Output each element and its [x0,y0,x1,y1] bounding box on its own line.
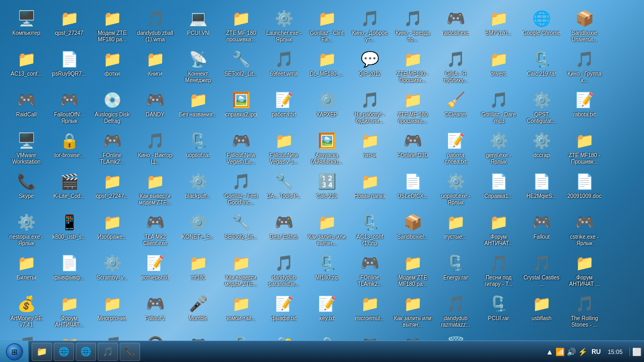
desktop-icon-119[interactable]: 🔐TrueCrypt [263,331,305,341]
desktop-icon-67[interactable]: ⚙️uopilot.exe - Ярлык [435,168,477,208]
desktop-icon-87[interactable]: ⚙️Scramby_v... [91,250,133,290]
desktop-icon-37[interactable]: 🎵На работу! - будильни... [349,87,391,127]
desktop-icon-48[interactable]: 🎮Fallout.New Vegas.(La... [220,128,262,167]
desktop-icon-100[interactable]: 📁Форум АНТИЧАТ... [48,291,90,330]
taskbar-btn-chrome[interactable]: 🌐 [54,343,74,361]
desktop-icon-15[interactable]: 📁AC13_conf... [5,46,47,86]
desktop-icon-98[interactable]: 📁Форум АНТИЧАТ ... [564,250,605,290]
desktop-icon-68[interactable]: 📄Справка1... [478,168,519,208]
desktop-icon-104[interactable]: 📁зомби-тай... [220,291,262,330]
desktop-icon-103[interactable]: 🎤Mumble [177,291,219,330]
desktop-icon-26[interactable]: 📁drivers [478,46,519,86]
desktop-icon-36[interactable]: ⚙️ХАРХЕР [306,87,348,127]
desktop-icon-118[interactable]: 🗜️ssh.zip [220,331,262,341]
desktop-icon-61[interactable]: ⚙️blackpuff... [177,168,219,208]
desktop-icon-83[interactable]: 🎮Fallout [521,209,562,249]
desktop-icon-1[interactable]: 🖥️Компьютер [5,5,47,45]
desktop-icon-25[interactable]: 🎵GilliA - Я публику... [435,46,477,86]
desktop-icon-95[interactable]: 🗜️Energy.rar [435,250,477,290]
desktop-icon-3[interactable]: 📁Модем ZTE MF180 ра... [91,5,133,45]
system-clock[interactable]: 15:05 [605,349,625,355]
desktop-icon-40[interactable]: 🎵Gorillaz - Dare .mp3 [478,87,519,127]
desktop-icon-14[interactable]: 📦Sandboxie Universa... [564,5,605,45]
desktop-icon-45[interactable]: 🎮FOnline TLAmk2... [91,128,133,167]
taskbar-btn-explorer[interactable]: 📁 [32,343,52,361]
desktop-icon-38[interactable]: 📁ZTE MF 180 прошивка... [392,87,434,127]
desktop-icon-63[interactable]: 🔧DA... Tools P... [263,168,305,208]
desktop-icon-28[interactable]: 🎵Кино - Группа к... [564,46,605,86]
desktop-icon-11[interactable]: 🎮raidcall.exe [435,5,477,45]
desktop-icon-30[interactable]: 🎮FalloutOfN. - Ярлык [48,87,90,127]
desktop-icon-9[interactable]: 🎵Кино - Доброе ут... [349,5,391,45]
desktop-icon-41[interactable]: ⚙️QPST Configurat... [521,87,562,127]
desktop-icon-80[interactable]: 📦Sandboxiel... [392,209,434,249]
desktop-icon-7[interactable]: ⚙️Launcher.exe - Ярлык [263,5,305,45]
desktop-icon-102[interactable]: 🎮Fallout 2 [134,291,176,330]
desktop-icon-93[interactable]: 🎮FOnline TLAmk2... [349,250,391,290]
desktop-icon-79[interactable]: 🗜️AC13_conf (1).zip [349,209,391,249]
desktop-icon-66[interactable]: 📄USLeDfCX... [392,168,434,208]
desktop-icon-29[interactable]: 🎮RaidCall [5,87,47,127]
desktop-icon-60[interactable]: 📁Как вывести модем ZTE... [134,168,176,208]
desktop-icon-88[interactable]: 📝вотчеры.txt [134,250,176,290]
desktop-icon-116[interactable]: 🎧TeamSpeak 3 Client [134,331,176,341]
desktop-icon-59[interactable]: 📁qpst_27247... [91,168,133,208]
desktop-icon-62[interactable]: 🎵Gorillaz - Feel Good Inc... [220,168,262,208]
desktop-icon-54[interactable]: ⚙️gens.exe - Ярлык [478,128,519,167]
show-desktop-btn[interactable]: ⬜ [630,348,641,356]
desktop-icon-74[interactable]: 🎮TLA Mk2 Client.exe [134,209,176,249]
desktop-icon-34[interactable]: 🖼️справка2.jpg [220,87,262,127]
desktop-icon-12[interactable]: 📁BM7VLYI... [478,5,519,45]
desktop-icon-18[interactable]: 📁Книги [134,46,176,86]
desktop-icon-78[interactable]: 📁Как залить или вытян... [306,209,348,249]
desktop-icon-105[interactable]: 📝фывфв.txt [263,291,305,330]
desktop-icon-8[interactable]: 📁Gorillaz - Clint Ea... [306,5,348,45]
desktop-icon-24[interactable]: 📁ZTE MF180 - Прошивк... [392,46,434,86]
tray-network[interactable]: 📶 [555,348,565,356]
taskbar-btn-wmp[interactable]: 🎵 [98,343,118,361]
desktop-icon-110[interactable]: 🗜️PCUI.rar [478,291,519,330]
desktop-icon-75[interactable]: ⚙️KONET+_S... [177,209,219,249]
desktop-icon-58[interactable]: 🎬K-Lite_Cod... [48,168,90,208]
desktop-icon-22[interactable]: 📁DL_MF180_... [306,46,348,86]
desktop-icon-49[interactable]: 📁Fallout.New Vegas.v 1... [263,128,305,167]
desktop-icon-122[interactable]: 🎮Falldemo.exe - Ярлык [392,331,434,341]
desktop-icon-44[interactable]: 🔒tor-browse... [48,128,90,167]
desktop-icon-70[interactable]: 📄20091009.doc [564,168,605,208]
desktop-icon-2[interactable]: 📁qpst_27247 [48,5,90,45]
desktop-icon-121[interactable]: 🎮FOnline.exe - Ярлык [349,331,391,341]
desktop-icon-33[interactable]: 📁Без названия... [177,87,219,127]
desktop-icon-101[interactable]: 📁Многрточие [91,291,133,330]
desktop-icon-94[interactable]: 📁Модем ZTE MF180 ра... [392,250,434,290]
desktop-icon-99[interactable]: 💰ArtMoney SE v7.41 [5,291,47,330]
desktop-icon-76[interactable]: 🔧SETool2_Lit... [220,209,262,249]
desktop-icon-73[interactable]: 📁Изображе... [91,209,133,249]
desktop-icon-108[interactable]: 📁Как залить или вытян... [392,291,434,330]
desktop-icon-10[interactable]: 🎵Кино - Звезда по... [392,5,434,45]
desktop-icon-52[interactable]: 🎮FOnline D3D [392,128,434,167]
desktop-icon-55[interactable]: ⚙️dccrap [521,128,562,167]
desktop-icon-20[interactable]: 🔧SETool2_Lit... [220,46,262,86]
desktop-icon-13[interactable]: 🌐Google Chrome [521,5,562,45]
desktop-icon-43[interactable]: 🖥️VMware Workstation [5,128,47,167]
language-indicator[interactable]: RU [591,348,601,356]
desktop-icon-106[interactable]: 📝key.txt [306,291,348,330]
desktop-icon-21[interactable]: 🎵69feet.wma [263,46,305,86]
desktop-icon-39[interactable]: 🧹CCleaner [435,87,477,127]
tray-power[interactable]: ⚡ [578,348,587,356]
desktop-icon-84[interactable]: 🎮cstrike.exe - Ярлык [564,209,605,249]
desktop-icon-23[interactable]: 💬QIP 2012 [349,46,391,86]
desktop-icon-72[interactable]: 📱k800_usb_s... [48,209,90,249]
desktop-icon-123[interactable]: 🗑️Корзина [435,331,477,341]
desktop-icon-19[interactable]: 📡Коннект Менеджер [177,46,219,86]
desktop-icon-16[interactable]: 📄psRuy9QR7... [48,46,90,86]
desktop-icon-56[interactable]: 📁ZTE MF180 - Прошивк... [564,128,605,167]
desktop-icon-120[interactable]: 🔒OpenVPN GUI [306,331,348,341]
desktop-icon-117[interactable]: 🎮FOnline TLAmk2... [177,331,219,341]
desktop-icon-53[interactable]: 📝работа слова.txt [435,128,477,167]
desktop-icon-113[interactable]: 🎵Палево - Инна Др... [5,331,47,341]
tray-volume[interactable]: 🔊 [567,348,576,356]
desktop-icon-81[interactable]: 📁пустые... [435,209,477,249]
desktop-icon-42[interactable]: 📝rabota.txt [564,87,605,127]
desktop-icon-91[interactable]: 🎵dandydub paranoid.w... [263,250,305,290]
